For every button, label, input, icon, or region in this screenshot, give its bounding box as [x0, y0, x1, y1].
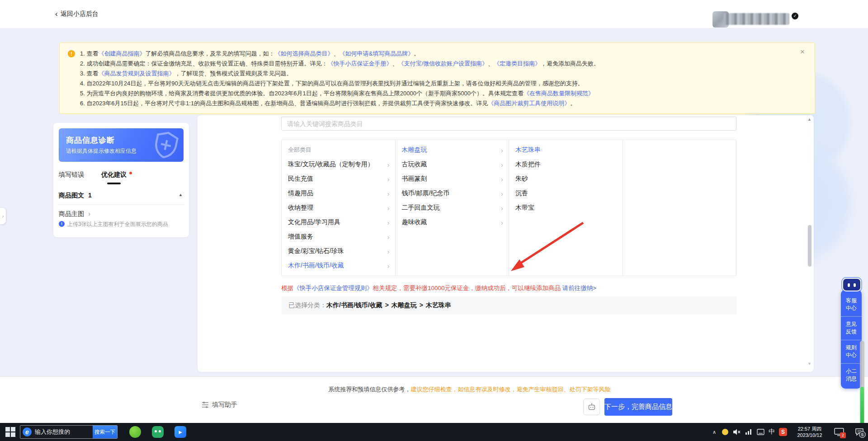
- network-icon[interactable]: [743, 423, 754, 441]
- tip-text: 上传3张以上主图有利于全面展示您的商品: [67, 220, 168, 228]
- volume-muted-icon[interactable]: [731, 423, 742, 441]
- assistant-label: 填写助手: [212, 401, 237, 409]
- inline-link[interactable]: 《快手小店保证金手册》: [327, 60, 392, 67]
- category-item-label: 书画篆刻: [402, 175, 501, 183]
- category-item[interactable]: 二手回血文玩›: [396, 201, 509, 215]
- floating-menu: 客服中心意见反馈规则中心小二消息: [841, 290, 862, 389]
- float-menu-label: 客服中心: [845, 297, 857, 312]
- category-item-label: 钱币/邮票/纪念币: [402, 189, 501, 197]
- inline-link[interactable]: 《创建商品指南》: [98, 50, 145, 57]
- page-scrollbar-thumb[interactable]: [860, 387, 864, 424]
- diagnosis-subtitle: 请根据具体提示修改相应信息: [66, 147, 137, 155]
- inline-link[interactable]: 《定邀类目指南》: [494, 60, 541, 67]
- category-item[interactable]: 书画篆刻›: [396, 172, 509, 186]
- breadcrumb-item: 木艺珠串: [426, 301, 451, 309]
- category-column-4: [623, 140, 736, 276]
- notice-lines: 1. 查看《创建商品指南》了解必填商品信息要求，及常见的填写问题，如：《如何选择…: [80, 49, 794, 108]
- category-item[interactable]: 情趣用品›: [282, 186, 395, 201]
- breadcrumb-item: 木作/书画/钱币/收藏: [326, 301, 382, 309]
- taskbar-search-box[interactable]: e 输入你想搜的 搜索一下: [20, 425, 118, 439]
- category-item-label: 二手回血文玩: [402, 204, 501, 212]
- service-robot-icon[interactable]: [842, 278, 861, 291]
- screenshot-badge: 2: [840, 432, 846, 438]
- category-item[interactable]: 木雕盘玩›: [396, 143, 509, 157]
- scroll-up-icon[interactable]: ▲: [807, 117, 811, 122]
- touch-keyboard-icon[interactable]: [755, 423, 766, 441]
- wechat-icon[interactable]: [152, 426, 164, 438]
- inline-text: 根据: [281, 285, 293, 291]
- notice-line: 5. 为营造平台内良好的购物环境，给商家及消费者提供更加优质的体验。自2023年…: [80, 89, 794, 99]
- category-item[interactable]: 钱币/邮票/纪念币›: [396, 186, 509, 201]
- category-item[interactable]: 木质把件: [509, 157, 623, 172]
- app-icon[interactable]: ▸: [175, 426, 186, 438]
- category-item[interactable]: 趣味收藏›: [396, 215, 509, 230]
- category-item[interactable]: 黄金/彩宝/钻石/珍珠›: [282, 244, 395, 258]
- category-column-1: 全部类目珠宝/文玩/收藏品（定制专用）›民生充值›情趣用品›收纳整理›文化用品/…: [282, 140, 395, 276]
- category-item[interactable]: 民生充值›: [282, 172, 395, 186]
- panel-collapse-handle[interactable]: ›: [0, 208, 6, 224]
- selected-category-bar: 已选择分类： 木作/书画/钱币/收藏>木雕盘玩>木艺珠串: [281, 296, 736, 314]
- taskbar-clock[interactable]: 22:57 周四 2023/10/12: [790, 423, 829, 441]
- main-image-link[interactable]: 商品主图 ›: [59, 210, 90, 218]
- inline-text: ，了解现货、预售模式设置规则及常见问题。: [175, 70, 292, 77]
- footer-bar: 系统推荐和预填信息仅供参考，建议您仔细检查，如信息有误及时修改，避免产生审核驳回…: [0, 376, 868, 423]
- inline-link[interactable]: 《快手小店保证金管理规则》: [293, 285, 373, 291]
- category-item[interactable]: 朱砂: [509, 172, 623, 186]
- inline-link[interactable]: 《如何选择商品类目》: [274, 50, 333, 57]
- ime-indicator[interactable]: 中: [767, 423, 777, 441]
- inline-text: 。: [414, 50, 420, 57]
- category-item-label: 木艺珠串: [515, 146, 617, 154]
- windows-taskbar: e 输入你想搜的 搜索一下 ▸ ∧ 中 S 22:57 周四 2023/10/1…: [0, 423, 868, 441]
- main-image-tip: ! 上传3张以上主图有利于全面展示您的商品: [59, 220, 168, 228]
- tab-fill-errors[interactable]: 填写错误: [59, 171, 84, 179]
- browser-360-icon[interactable]: [129, 426, 141, 438]
- fill-assistant-button[interactable]: 填写助手: [202, 401, 237, 409]
- category-item[interactable]: 增值服务›: [282, 230, 395, 244]
- category-search-input[interactable]: [281, 117, 736, 131]
- inline-link[interactable]: 《商品发货规则及设置指南》: [98, 70, 175, 77]
- tab-optimize-suggestions[interactable]: 优化建议: [101, 171, 127, 179]
- inline-link[interactable]: 请前往缴纳>: [562, 285, 596, 291]
- scroll-down-icon[interactable]: ▼: [807, 361, 811, 366]
- float-menu-item[interactable]: 小二消息: [841, 363, 862, 387]
- inline-text: 、: [333, 50, 339, 57]
- category-item[interactable]: 木艺珠串: [509, 143, 623, 157]
- close-icon[interactable]: ×: [800, 47, 805, 56]
- category-item[interactable]: 沉香: [509, 186, 623, 201]
- robot-eye: [854, 283, 856, 287]
- tray-collapse-icon[interactable]: ∧: [710, 423, 719, 441]
- inline-text: 4. 自2022年10月24日起，平台将对90天无动销无点击无编辑的商品进行下架…: [80, 80, 584, 87]
- scrollbar-thumb[interactable]: [808, 225, 811, 267]
- back-to-shop-link[interactable]: ‹ 返回小店后台: [55, 9, 99, 19]
- float-menu-item[interactable]: 客服中心: [841, 293, 862, 316]
- footer-notice-highlight: 建议您仔细检查，如信息有误及时修改，避免产生审核驳回、处罚下架等风险: [411, 386, 611, 393]
- next-step-button[interactable]: 下一步，完善商品信息: [604, 398, 672, 416]
- chevron-right-icon: ›: [501, 175, 503, 183]
- inline-link[interactable]: 《如何申请&填写商品品牌》: [339, 50, 414, 57]
- start-button-icon[interactable]: [5, 427, 15, 437]
- inline-link[interactable]: 《在售商品数量限制规范》: [524, 90, 594, 97]
- inline-link[interactable]: 《商品图片裁剪工具使用说明》: [488, 100, 570, 107]
- taskbar-search-button[interactable]: 搜索一下: [93, 426, 117, 438]
- category-item[interactable]: 珠宝/文玩/收藏品（定制专用）›: [282, 157, 395, 172]
- float-menu-item[interactable]: 意见反馈: [841, 316, 862, 340]
- section-header[interactable]: 商品图文 1 ▲: [59, 192, 184, 200]
- assistant-icon: [202, 402, 209, 408]
- category-item[interactable]: 木作/书画/钱币/收藏›: [282, 258, 395, 273]
- category-item[interactable]: 古玩收藏›: [396, 157, 509, 172]
- category-item[interactable]: 文化用品/学习用具›: [282, 215, 395, 230]
- chevron-right-icon: ›: [387, 248, 390, 255]
- category-column-2: 木雕盘玩›古玩收藏›书画篆刻›钱币/邮票/纪念币›二手回血文玩›趣味收藏›: [395, 140, 509, 276]
- red-dot-badge: [129, 172, 132, 174]
- category-item[interactable]: 收纳整理›: [282, 201, 395, 215]
- robot-assistant-button[interactable]: [583, 399, 600, 415]
- notice-line: 6. 自2023年6月15日起，平台将对尺寸非1:1的商品主图和商品规格图，在新…: [80, 99, 794, 108]
- robot-eye: [848, 283, 850, 287]
- float-menu-item[interactable]: 规则中心: [841, 340, 862, 363]
- message-tray-icon[interactable]: 5: [852, 423, 867, 441]
- inline-link[interactable]: 《支付宝/微信收款账户设置指南》: [398, 60, 488, 67]
- category-item[interactable]: 木带宝: [509, 201, 623, 215]
- tray-yellow-icon[interactable]: [721, 423, 730, 441]
- sogou-icon[interactable]: S: [778, 423, 788, 441]
- screenshot-tray-icon[interactable]: 2: [832, 423, 846, 441]
